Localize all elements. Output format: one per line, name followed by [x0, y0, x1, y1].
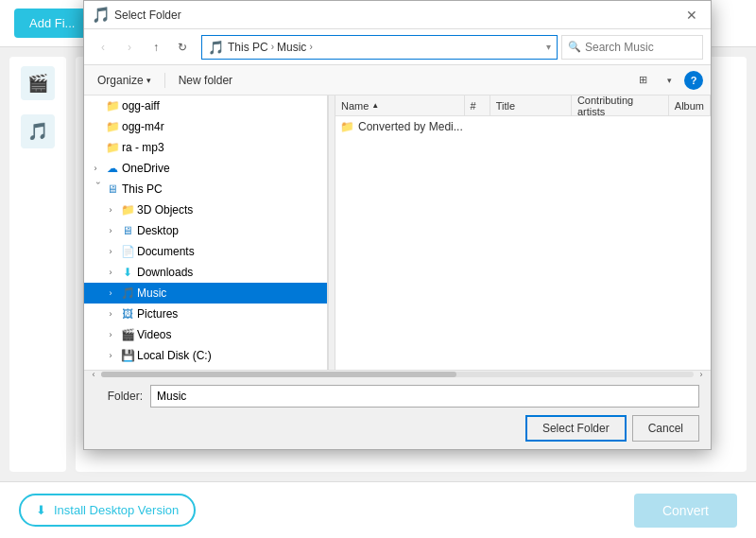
expand-arrow: ›	[88, 161, 103, 176]
folder-tree-panel: 📁 ogg-aiff 📁 ogg-m4r 📁 ra - mp3 ›	[84, 95, 328, 370]
col-album-label: Album	[675, 100, 704, 112]
install-desktop-button[interactable]: ⬇ Install Desktop Version	[19, 494, 196, 527]
app-sidebar: 🎬 🎵	[9, 57, 66, 472]
col-header-name[interactable]: Name ▲	[335, 95, 465, 115]
help-button[interactable]: ?	[684, 71, 703, 90]
expand-arrow: ›	[103, 202, 118, 217]
film-icon: 🎬	[21, 66, 55, 100]
tree-label: Documents	[137, 245, 195, 258]
col-header-num[interactable]: #	[465, 95, 490, 115]
music-icon: 🎵	[120, 286, 135, 301]
dialog-body: 📁 ogg-aiff 📁 ogg-m4r 📁 ra - mp3 ›	[84, 95, 711, 370]
tree-label: OneDrive	[122, 162, 170, 175]
nav-forward-button[interactable]: ›	[118, 36, 141, 59]
expand-arrow: ›	[103, 348, 118, 363]
dialog-title-icon: 🎵	[94, 8, 109, 23]
search-input[interactable]	[585, 41, 696, 54]
nav-up-button[interactable]: ↑	[145, 36, 167, 59]
tree-item-3d-objects[interactable]: › 📁 3D Objects	[84, 200, 327, 220]
scroll-thumb[interactable]	[101, 372, 456, 377]
address-crumb: This PC › Music ›	[228, 41, 313, 54]
dialog-footer: Folder: Select Folder Cancel	[84, 377, 711, 449]
sort-icon: ▲	[371, 101, 379, 110]
organize-button[interactable]: Organize ▾	[92, 72, 157, 89]
tree-label: This PC	[122, 182, 163, 196]
tree-label: Videos	[137, 328, 171, 341]
search-box[interactable]: 🔍	[561, 35, 703, 60]
select-folder-dialog: 🎵 Select Folder ✕ ‹ › ↑ ↻ 🎵 This PC › Mu…	[83, 0, 712, 450]
dialog-titlebar: 🎵 Select Folder ✕	[84, 1, 711, 29]
view-options-button[interactable]: ⊞	[631, 69, 654, 92]
tree-item-documents[interactable]: › 📄 Documents	[84, 241, 327, 262]
tree-item-desktop[interactable]: › 🖥 Desktop	[84, 220, 327, 241]
nav-back-button[interactable]: ‹	[92, 36, 114, 59]
file-item-converted[interactable]: 📁 Converted by Medi...	[335, 116, 711, 137]
tree-item-local-disk[interactable]: › 💾 Local Disk (C:)	[84, 345, 327, 366]
tree-item-music[interactable]: › 🎵 Music	[84, 283, 327, 304]
tree-label: Downloads	[137, 266, 193, 279]
scroll-right-btn[interactable]: ›	[694, 371, 709, 378]
tree-item-downloads[interactable]: › ⬇ Downloads	[84, 262, 327, 283]
tree-item-ogg-m4r[interactable]: 📁 ogg-m4r	[84, 116, 327, 137]
videos-icon: 🎬	[120, 327, 135, 342]
dialog-close-button[interactable]: ✕	[682, 6, 701, 25]
expand-arrow	[88, 119, 103, 134]
tree-label: Local Disk (C:)	[137, 349, 212, 362]
resize-handle[interactable]	[328, 95, 335, 370]
folder-icon: 📁	[105, 98, 120, 113]
organize-label: Organize	[97, 74, 144, 87]
tree-item-onedrive[interactable]: › ☁ OneDrive	[84, 158, 327, 179]
scroll-track[interactable]	[101, 372, 694, 377]
new-folder-button[interactable]: New folder	[173, 72, 238, 89]
music-note-icon: 🎵	[21, 114, 55, 148]
horizontal-scrollbar[interactable]: ‹ ›	[84, 370, 711, 377]
disk-icon: 💾	[120, 348, 135, 363]
folder-input[interactable]	[150, 385, 699, 408]
dialog-nav: ‹ › ↑ ↻ 🎵 This PC › Music › ▾ 🔍	[84, 29, 711, 65]
file-item-name: Converted by Medi...	[358, 120, 463, 133]
download-icon: ⬇	[36, 503, 46, 517]
tree-item-this-pc[interactable]: › 🖥 This PC	[84, 179, 327, 200]
col-artists-label: Contributing artists	[577, 95, 662, 117]
scroll-left-btn[interactable]: ‹	[86, 371, 101, 378]
expand-arrow: ›	[103, 223, 118, 238]
file-list-panel: Name ▲ # Title Contributing artists Albu…	[335, 95, 711, 370]
address-bar[interactable]: 🎵 This PC › Music › ▾	[201, 35, 558, 60]
expand-arrow	[88, 140, 103, 155]
col-title-label: Title	[496, 100, 515, 112]
right-panel-wrapper: Name ▲ # Title Contributing artists Albu…	[335, 95, 711, 370]
col-header-album[interactable]: Album	[669, 95, 711, 115]
tree-label: Pictures	[137, 307, 178, 321]
tree-label: ogg-aiff	[122, 99, 160, 113]
tree-label: Desktop	[137, 224, 179, 237]
col-header-artists[interactable]: Contributing artists	[572, 95, 669, 115]
view-dropdown-button[interactable]: ▾	[658, 69, 680, 92]
tree-item-ogg-aiff[interactable]: 📁 ogg-aiff	[84, 95, 327, 116]
convert-button[interactable]: Convert	[634, 494, 737, 528]
folder-icon: 📁	[105, 119, 120, 134]
cancel-button[interactable]: Cancel	[632, 415, 699, 442]
add-file-button[interactable]: Add Fi...	[14, 9, 90, 38]
tree-item-network[interactable]: › 🌐 Network	[84, 366, 327, 370]
app-footer: ⬇ Install Desktop Version Convert	[0, 481, 756, 538]
col-num-label: #	[471, 100, 476, 112]
col-header-title[interactable]: Title	[490, 95, 572, 115]
downloads-icon: ⬇	[120, 265, 135, 280]
tree-label: 3D Objects	[137, 203, 193, 217]
network-icon: 🌐	[105, 369, 120, 370]
install-label: Install Desktop Version	[54, 503, 179, 517]
folder-3d-icon: 📁	[120, 202, 135, 217]
expand-arrow: ›	[103, 306, 118, 321]
expand-arrow: ›	[103, 244, 118, 259]
select-folder-button[interactable]: Select Folder	[525, 415, 627, 442]
toolbar-separator	[164, 73, 165, 88]
tree-item-pictures[interactable]: › 🖼 Pictures	[84, 304, 327, 324]
address-dropdown-icon: ▾	[546, 42, 551, 52]
folder-input-row: Folder:	[95, 385, 699, 408]
tree-item-ra-mp3[interactable]: 📁 ra - mp3	[84, 137, 327, 158]
pictures-icon: 🖼	[120, 306, 135, 321]
tree-item-videos[interactable]: › 🎬 Videos	[84, 324, 327, 345]
nav-refresh-button[interactable]: ↻	[171, 36, 194, 59]
folder-icon: 📁	[105, 140, 120, 155]
address-icon: 🎵	[208, 40, 224, 55]
